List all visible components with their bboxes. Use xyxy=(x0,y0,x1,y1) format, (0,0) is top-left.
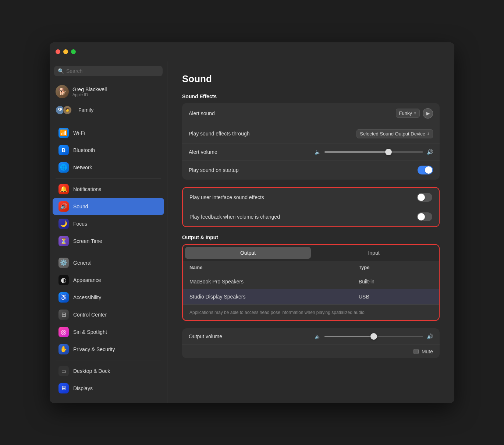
alert-sound-select[interactable]: Funky ⬍ xyxy=(396,109,420,118)
family-avatar-2: 🧑 xyxy=(63,106,72,114)
table-row[interactable]: MacBook Pro Speakers Built-in xyxy=(183,274,439,289)
content-area: 🔍 🐕 Greg Blackwell Apple ID SB 🧑 Family xyxy=(50,61,454,403)
sidebar-item-network[interactable]: 🌐 Network xyxy=(53,159,164,176)
sidebar-item-label: Siri & Spotlight xyxy=(73,329,107,335)
sidebar-item-general[interactable]: ⚙️ General xyxy=(53,254,164,271)
sidebar-item-label: Control Center xyxy=(73,312,107,318)
sidebar-divider-3 xyxy=(56,252,161,252)
general-icon: ⚙️ xyxy=(58,258,69,268)
search-icon: 🔍 xyxy=(58,68,64,74)
sidebar-family[interactable]: SB 🧑 Family xyxy=(50,103,167,117)
table-row[interactable]: Studio Display Speakers USB xyxy=(183,289,439,304)
sidebar-item-label: Focus xyxy=(73,221,87,227)
bluetooth-icon: B xyxy=(58,145,69,155)
sidebar-item-displays[interactable]: 🖥 Displays xyxy=(53,380,164,397)
sidebar-divider-4 xyxy=(56,360,161,360)
mute-checkbox[interactable] xyxy=(414,349,419,354)
user-subtitle: Apple ID xyxy=(72,92,107,97)
sidebar-item-label: Privacy & Security xyxy=(73,346,115,352)
alert-sound-label: Alert sound xyxy=(189,110,396,116)
sidebar-item-label: Wi-Fi xyxy=(73,130,85,136)
table-header: Name Type xyxy=(183,261,439,274)
accessibility-icon: ♿ xyxy=(58,292,69,303)
sidebar-item-desktop[interactable]: ▭ Desktop & Dock xyxy=(53,363,164,379)
output-slider-track xyxy=(324,336,423,337)
tab-bar: Output Input xyxy=(183,245,439,261)
play-through-select[interactable]: Selected Sound Output Device ⬍ xyxy=(356,129,433,138)
output-volume-card: Output volume 🔈 🔊 Mute xyxy=(182,328,440,358)
ui-sounds-label: Play user interface sound effects xyxy=(189,194,417,200)
focus-icon: 🌙 xyxy=(58,219,69,229)
feedback-label: Play feedback when volume is changed xyxy=(189,214,417,220)
startup-sound-toggle[interactable] xyxy=(418,166,433,174)
sidebar-item-label: Notifications xyxy=(73,186,101,192)
sidebar-item-notifications[interactable]: 🔔 Notifications xyxy=(53,181,164,198)
output-volume-slider[interactable]: 🔈 🔊 xyxy=(315,333,433,339)
header-name: Name xyxy=(189,265,359,270)
sidebar-item-label: Sound xyxy=(73,204,88,209)
sidebar-item-label: Network xyxy=(73,165,92,170)
startup-sound-row: Play sound on startup xyxy=(182,160,440,180)
header-type: Type xyxy=(359,265,432,270)
chevron-up-down-icon-2: ⬍ xyxy=(427,132,430,136)
search-input[interactable] xyxy=(66,68,159,74)
spatialized-audio-note: Applications may be able to access head … xyxy=(183,304,439,320)
play-button[interactable]: ▶ xyxy=(423,108,433,119)
feedback-toggle[interactable] xyxy=(417,212,432,221)
search-bar[interactable]: 🔍 xyxy=(54,66,163,76)
sidebar-item-screentime[interactable]: ⏳ Screen Time xyxy=(53,233,164,250)
sidebar-item-accessibility[interactable]: ♿ Accessibility xyxy=(53,289,164,306)
privacy-icon: ✋ xyxy=(58,344,69,354)
slider-track xyxy=(324,151,423,153)
screentime-icon: ⏳ xyxy=(58,236,69,246)
desktop-icon: ▭ xyxy=(58,366,69,376)
sound-icon: 🔊 xyxy=(58,201,69,212)
sound-effects-card: Alert sound Funky ⬍ ▶ Play sound effects… xyxy=(182,103,440,180)
sidebar-item-bluetooth[interactable]: B Bluetooth xyxy=(53,142,164,159)
output-slider-fill xyxy=(324,336,374,337)
maximize-button[interactable] xyxy=(71,49,76,54)
sidebar-item-siri[interactable]: ◎ Siri & Spotlight xyxy=(53,324,164,340)
alert-volume-row: Alert volume 🔈 🔊 xyxy=(182,144,440,160)
tab-input[interactable]: Input xyxy=(311,247,437,259)
user-info: Greg Blackwell Apple ID xyxy=(72,86,107,97)
sidebar-item-focus[interactable]: 🌙 Focus xyxy=(53,215,164,232)
family-avatars: SB 🧑 xyxy=(56,106,72,114)
sidebar-item-privacy[interactable]: ✋ Privacy & Security xyxy=(53,341,164,358)
slider-thumb[interactable] xyxy=(385,149,392,155)
output-volume-high-icon: 🔊 xyxy=(427,333,433,339)
sidebar-item-label: Appearance xyxy=(73,277,101,283)
toggle-thumb-2 xyxy=(418,194,425,201)
close-button[interactable] xyxy=(56,49,60,54)
system-preferences-window: 🔍 🐕 Greg Blackwell Apple ID SB 🧑 Family xyxy=(50,42,454,403)
sidebar-item-controlcenter[interactable]: ⊞ Control Center xyxy=(53,306,164,323)
alert-volume-slider[interactable]: 🔈 🔊 xyxy=(315,149,433,155)
sidebar-user[interactable]: 🐕 Greg Blackwell Apple ID xyxy=(50,82,167,101)
startup-sound-label: Play sound on startup xyxy=(189,167,418,173)
chevron-up-down-icon: ⬍ xyxy=(414,111,416,115)
device-name: MacBook Pro Speakers xyxy=(189,279,359,285)
titlebar xyxy=(50,42,454,61)
feedback-row: Play feedback when volume is changed xyxy=(183,207,439,226)
ui-sounds-card: Play user interface sound effects Play f… xyxy=(183,188,439,226)
output-input-title: Output & Input xyxy=(182,234,440,240)
sidebar-item-sound[interactable]: 🔊 Sound xyxy=(53,198,164,215)
ui-sounds-toggle[interactable] xyxy=(417,193,432,202)
sidebar-item-appearance[interactable]: ◐ Appearance xyxy=(53,272,164,289)
play-through-row: Play sound effects through Selected Soun… xyxy=(182,124,440,144)
mute-row: Mute xyxy=(182,345,440,358)
volume-low-icon: 🔈 xyxy=(315,149,321,155)
sidebar-item-wifi[interactable]: 📶 Wi-Fi xyxy=(53,124,164,141)
sidebar-item-label: Displays xyxy=(73,385,93,391)
minimize-button[interactable] xyxy=(63,49,68,54)
device-name: Studio Display Speakers xyxy=(189,294,359,300)
slider-fill xyxy=(324,151,388,153)
alert-sound-value: Funky xyxy=(399,110,412,116)
sidebar-divider xyxy=(56,122,161,122)
tab-output[interactable]: Output xyxy=(185,247,311,259)
play-through-label: Play sound effects through xyxy=(189,131,356,137)
sidebar-item-label: Accessibility xyxy=(73,294,101,300)
volume-high-icon: 🔊 xyxy=(427,149,433,155)
page-title: Sound xyxy=(182,73,440,85)
output-slider-thumb[interactable] xyxy=(370,333,377,340)
